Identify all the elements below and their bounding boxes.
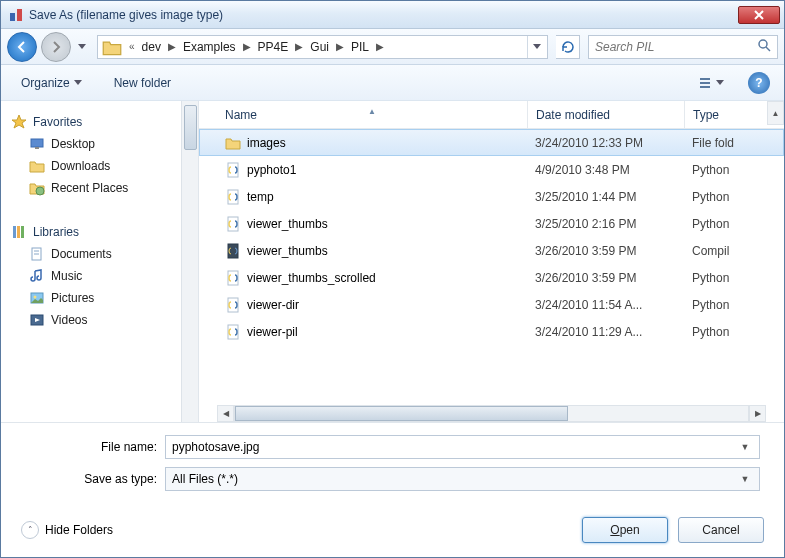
column-type[interactable]: Type	[684, 101, 784, 128]
file-type: Python	[684, 163, 737, 177]
file-name: viewer_thumbs_scrolled	[247, 271, 376, 285]
sidebar-item-downloads[interactable]: Downloads	[11, 155, 188, 177]
navbar: « dev ▶ Examples ▶ PP4E ▶ Gui ▶ PIL ▶	[1, 29, 784, 65]
sidebar: Favorites Desktop Downloads Recent Place…	[1, 101, 199, 422]
close-button[interactable]	[738, 6, 780, 24]
chevron-left-icon: «	[124, 41, 140, 52]
svg-point-2	[759, 40, 767, 48]
crumb-gui[interactable]: Gui	[308, 40, 331, 54]
sidebar-item-recent[interactable]: Recent Places	[11, 177, 188, 199]
file-list: ▲ Name ▲ Date modified Type images3/24/2…	[199, 101, 784, 422]
back-button[interactable]	[7, 32, 37, 62]
sidebar-item-pictures[interactable]: Pictures	[11, 287, 188, 309]
search-input[interactable]	[595, 40, 757, 54]
python-file-icon	[225, 297, 241, 313]
file-row[interactable]: images3/24/2010 12:33 PMFile fold	[199, 129, 784, 156]
svg-point-9	[36, 187, 44, 195]
open-button[interactable]: Open	[582, 517, 668, 543]
python-file-icon	[225, 270, 241, 286]
svg-rect-6	[700, 86, 710, 88]
svg-rect-7	[31, 139, 43, 147]
filename-input[interactable]	[172, 440, 737, 454]
sort-asc-icon: ▲	[368, 107, 376, 116]
crumb-examples[interactable]: Examples	[181, 40, 238, 54]
sidebar-item-desktop[interactable]: Desktop	[11, 133, 188, 155]
crumb-dev[interactable]: dev	[140, 40, 163, 54]
file-row[interactable]: viewer_thumbs_scrolled3/26/2010 3:59 PMP…	[199, 264, 784, 291]
view-options-button[interactable]	[696, 73, 728, 93]
savetype-field[interactable]: All Files (*.*) ▼	[165, 467, 760, 491]
folder-icon	[225, 135, 241, 151]
filename-field[interactable]: ▼	[165, 435, 760, 459]
sidebar-item-documents[interactable]: Documents	[11, 243, 188, 265]
collapse-icon: ˄	[21, 521, 39, 539]
nav-history-dropdown[interactable]	[75, 35, 89, 59]
file-row[interactable]: viewer_thumbs3/25/2010 2:16 PMPython	[199, 210, 784, 237]
search-box[interactable]	[588, 35, 778, 59]
chevron-right-icon: ▶	[163, 41, 181, 52]
file-date: 3/25/2010 1:44 PM	[527, 190, 684, 204]
breadcrumb-dropdown[interactable]	[527, 36, 545, 58]
chevron-down-icon[interactable]: ▼	[737, 442, 753, 452]
sidebar-libraries-head[interactable]: Libraries	[11, 221, 188, 243]
music-icon	[29, 268, 45, 284]
scroll-right-button[interactable]: ▶	[749, 405, 766, 422]
crumb-pil[interactable]: PIL	[349, 40, 371, 54]
sidebar-favorites-head[interactable]: Favorites	[11, 111, 188, 133]
documents-icon	[29, 246, 45, 262]
pictures-icon	[29, 290, 45, 306]
organize-button[interactable]: Organize	[15, 72, 88, 94]
help-button[interactable]: ?	[748, 72, 770, 94]
chevron-right-icon: ▶	[290, 41, 308, 52]
file-row[interactable]: viewer-dir3/24/2010 11:54 A...Python	[199, 291, 784, 318]
file-row[interactable]: pyphoto14/9/2010 3:48 PMPython	[199, 156, 784, 183]
file-date: 3/24/2010 11:29 A...	[527, 325, 684, 339]
sidebar-item-music[interactable]: Music	[11, 265, 188, 287]
forward-button[interactable]	[41, 32, 71, 62]
hide-folders-button[interactable]: ˄ Hide Folders	[21, 521, 113, 539]
file-date: 4/9/2010 3:48 PM	[527, 163, 684, 177]
svg-rect-10	[13, 226, 16, 238]
column-date[interactable]: Date modified	[527, 101, 684, 128]
horizontal-scrollbar[interactable]: ◀ ▶	[199, 404, 784, 422]
file-name: viewer_thumbs	[247, 217, 328, 231]
svg-rect-4	[700, 78, 710, 80]
breadcrumb[interactable]: « dev ▶ Examples ▶ PP4E ▶ Gui ▶ PIL ▶	[97, 35, 548, 59]
refresh-button[interactable]	[556, 35, 580, 59]
svg-rect-1	[17, 9, 22, 21]
crumb-pp4e[interactable]: PP4E	[256, 40, 291, 54]
svg-rect-5	[700, 82, 710, 84]
file-row[interactable]: temp3/25/2010 1:44 PMPython	[199, 183, 784, 210]
downloads-icon	[29, 158, 45, 174]
videos-icon	[29, 312, 45, 328]
file-name: temp	[247, 190, 274, 204]
new-folder-button[interactable]: New folder	[108, 72, 177, 94]
svg-line-3	[766, 47, 770, 51]
cancel-button[interactable]: Cancel	[678, 517, 764, 543]
sidebar-item-videos[interactable]: Videos	[11, 309, 188, 331]
chevron-right-icon: ▶	[238, 41, 256, 52]
python-file-icon	[225, 216, 241, 232]
svg-rect-8	[35, 147, 39, 149]
python-file-icon	[225, 243, 241, 259]
file-date: 3/26/2010 3:59 PM	[527, 244, 684, 258]
file-date: 3/24/2010 11:54 A...	[527, 298, 684, 312]
scroll-left-button[interactable]: ◀	[217, 405, 234, 422]
file-row[interactable]: viewer-pil3/24/2010 11:29 A...Python	[199, 318, 784, 345]
column-name[interactable]: Name ▲	[217, 108, 527, 122]
python-file-icon	[225, 324, 241, 340]
window-title: Save As (filename gives image type)	[29, 8, 738, 22]
python-file-icon	[225, 189, 241, 205]
chevron-down-icon[interactable]: ▼	[737, 474, 753, 484]
filename-label: File name:	[25, 440, 165, 454]
folder-icon	[102, 37, 122, 57]
save-as-dialog: Save As (filename gives image type) « de…	[0, 0, 785, 558]
app-icon	[8, 7, 24, 23]
file-type: File fold	[684, 136, 742, 150]
file-row[interactable]: viewer_thumbs3/26/2010 3:59 PMCompil	[199, 237, 784, 264]
sidebar-scrollbar[interactable]	[181, 101, 198, 422]
titlebar: Save As (filename gives image type)	[1, 1, 784, 29]
python-file-icon	[225, 162, 241, 178]
savetype-value: All Files (*.*)	[172, 472, 737, 486]
file-name: viewer-dir	[247, 298, 299, 312]
